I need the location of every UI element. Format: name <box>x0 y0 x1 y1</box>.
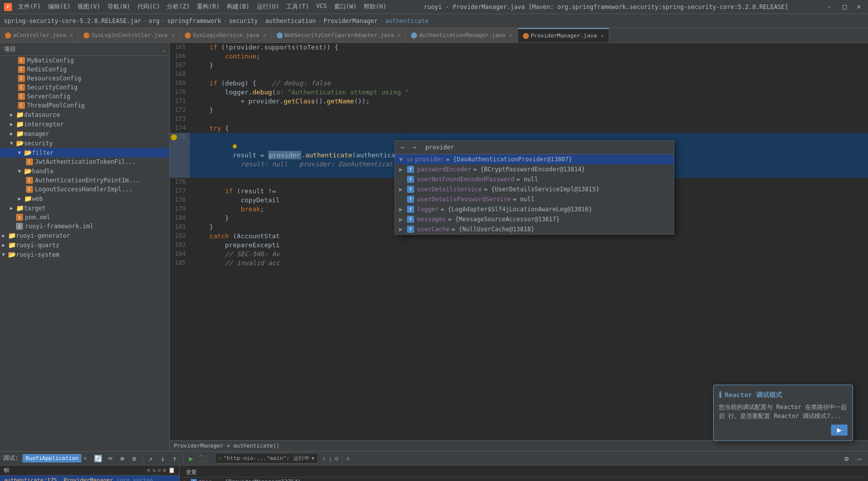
menu-code[interactable]: 代码(C) <box>134 1 163 12</box>
debug-step-over[interactable]: ↗ <box>145 453 156 464</box>
tab-acontroller[interactable]: aController.java ✕ <box>0 28 78 43</box>
debug-console-btn[interactable]: ⌨ <box>105 453 116 464</box>
tree-target[interactable]: ▶ 📁 target <box>0 203 169 213</box>
debug-step-out[interactable]: ↑ <box>169 453 180 464</box>
tree-jwtauth[interactable]: C JwtAuthenticationTokenFil... <box>0 157 169 166</box>
debug-restart-btn[interactable]: 🔄 <box>93 453 104 464</box>
menu-file[interactable]: 文件(F) <box>15 1 44 12</box>
menu-run[interactable]: 运行(U) <box>254 1 283 12</box>
tab-websecurity[interactable]: WebSecurityConfigurerAdapter.java ✕ <box>272 28 407 43</box>
tab-providermanager[interactable]: ProviderManager.java ✕ <box>518 28 609 43</box>
minimize-button[interactable]: － <box>823 1 836 12</box>
tree-security[interactable]: ▼ 📂 security <box>0 138 169 148</box>
expand-icon-provider[interactable]: ▼ <box>399 156 405 163</box>
tree-generator[interactable]: ▶ 📁 ruoyi-generator <box>0 231 169 240</box>
frame-item-0[interactable]: authenticate:175, ProviderManager (org.s… <box>0 476 179 481</box>
tree-pomxml[interactable]: x pom.xml <box>0 213 169 222</box>
tree-threadpoolconfig[interactable]: C ThreadPoolConfig <box>0 101 169 110</box>
reactor-popup-btn[interactable]: ▶ <box>831 425 848 436</box>
tree-resourcesconfig[interactable]: C ResourcesConfig <box>0 74 169 83</box>
maximize-button[interactable]: □ <box>840 1 850 12</box>
expand-this[interactable]: ▶ <box>184 479 191 481</box>
popup-nav-prev[interactable]: ← <box>399 143 407 152</box>
popup-nav-next[interactable]: → <box>411 143 418 152</box>
bc-jar[interactable]: spring-security-core-5.2.8.RELEASE.jar <box>4 17 141 24</box>
tab-sysloginservice[interactable]: SysLoginService.java ✕ <box>180 28 271 43</box>
popup-row-userdetailspassword[interactable]: ▶ f userDetailsPasswordService = null <box>395 194 674 204</box>
debug-close[interactable]: ✕ <box>83 455 87 462</box>
thread-expand[interactable]: ▼ <box>312 456 315 461</box>
tree-quartz[interactable]: ▶ 📁 ruoyi-quartz <box>0 240 169 250</box>
debug-settings[interactable]: ⚙ <box>841 453 852 464</box>
popup-row-provider[interactable]: ▼ oo provider = {DaoAuthenticationProvid… <box>395 154 674 164</box>
menu-nav[interactable]: 导航(N) <box>104 1 133 12</box>
menu-tools[interactable]: 工具(T) <box>283 1 312 12</box>
thread-up[interactable]: ↑ <box>322 455 326 463</box>
tree-handle[interactable]: ▼ 📂 handle <box>0 166 169 176</box>
bc-providermanager[interactable]: ProviderManager <box>324 17 378 24</box>
expand-icon-usercache[interactable]: ▶ <box>399 226 405 233</box>
tab-close-syslogincontroller[interactable]: ✕ <box>171 32 174 38</box>
frames-filter[interactable]: ⊘ <box>158 467 161 474</box>
menu-analyze[interactable]: 分析(Z) <box>164 1 193 12</box>
popup-row-logger[interactable]: ▶ f logger = {LogAdapter$Slf4jLocationAw… <box>395 204 674 214</box>
tab-close-providermanager[interactable]: ✕ <box>601 33 604 38</box>
frames-export[interactable]: ⊕ <box>147 467 151 474</box>
menu-view[interactable]: 视图(V) <box>74 1 103 12</box>
popup-row-usercache[interactable]: ▶ f userCache = {NullUserCache@13818} <box>395 224 674 234</box>
menu-refactor[interactable]: 重构(R) <box>194 1 223 12</box>
frames-copy[interactable]: 📋 <box>168 467 175 474</box>
tab-close-authmanager[interactable]: ✕ <box>509 32 512 38</box>
project-expand-icon[interactable]: ⌄ <box>162 46 165 53</box>
menu-edit[interactable]: 编辑(E) <box>45 1 74 12</box>
popup-row-passwordencoder[interactable]: ▶ f passwordEncoder = {BCryptPasswordEnc… <box>395 164 674 174</box>
debug-resume-btn[interactable]: ▶ <box>186 453 197 464</box>
tab-authmanager[interactable]: AuthenticationManager.java ✕ <box>406 28 517 43</box>
tree-web[interactable]: ▶ 📁 web <box>0 194 169 203</box>
popup-row-usernotfound[interactable]: ▶ f userNotFoundEncodedPassword = null <box>395 174 674 184</box>
popup-row-userdetailsservice[interactable]: ▶ f userDetailsService = {UserDetailsSer… <box>395 184 674 194</box>
debug-step-into[interactable]: ↓ <box>157 453 168 464</box>
debug-minimize[interactable]: — <box>854 453 865 464</box>
bc-org[interactable]: org <box>149 17 160 24</box>
tree-iml[interactable]: i ruoyi-framework.iml <box>0 222 169 231</box>
bc-authentication[interactable]: authentication <box>265 17 316 24</box>
tree-redisconfig[interactable]: C RedisConfig <box>0 65 169 74</box>
var-this[interactable]: ▶ f this = = {ProviderManager@13764} <box>182 478 866 481</box>
popup-row-messages[interactable]: ▶ f messages = {MessageSourceAccessor@13… <box>395 214 674 224</box>
thread-filter[interactable]: ⊘ <box>334 455 338 463</box>
expand-icon-userdetails[interactable]: ▶ <box>399 186 405 193</box>
menu-build[interactable]: 构建(B) <box>224 1 253 12</box>
expand-icon-messages[interactable]: ▶ <box>399 216 405 223</box>
tree-interceptor[interactable]: ▶ 📁 interceptor <box>0 119 169 129</box>
frames-sort[interactable]: ⇅ <box>152 467 156 474</box>
tree-datasource[interactable]: ▶ 📁 datasource <box>0 110 169 119</box>
menu-help[interactable]: 帮助(H) <box>361 1 390 12</box>
debug-breakpoints-btn[interactable]: ⊕ <box>117 453 128 464</box>
tab-syslogincontroller[interactable]: SysLoginController.java ✕ <box>78 28 180 43</box>
tree-securityconfig[interactable]: C SecurityConfig <box>0 83 169 92</box>
tree-filter[interactable]: ▼ 📂 filter <box>0 148 169 157</box>
tree-logoutsuccess[interactable]: C LogoutSuccessHandlerImpl... <box>0 185 169 194</box>
tree-authentry[interactable]: C AuthenticationEntryPointIm... <box>0 176 169 185</box>
menu-window[interactable]: 窗口(W) <box>331 1 360 12</box>
bc-authenticate[interactable]: authenticate <box>385 17 429 24</box>
variable-popup[interactable]: ← → provider ▼ oo provider = {DaoAuthent… <box>395 140 674 235</box>
frames-group[interactable]: ⊞ <box>163 467 166 474</box>
debug-align-btn[interactable]: ≡ <box>129 453 140 464</box>
debug-add[interactable]: + <box>346 455 350 463</box>
bc-security[interactable]: security <box>229 17 258 24</box>
close-button[interactable]: ✕ <box>854 1 864 12</box>
debug-stop-btn[interactable]: ⬛ <box>198 453 209 464</box>
tree-mybatisconfig[interactable]: C MyBatisConfig <box>0 56 169 65</box>
tab-close-acontroller[interactable]: ✕ <box>70 32 73 38</box>
tab-close-sysloginservice[interactable]: ✕ <box>263 32 266 38</box>
tree-system[interactable]: ▼ 📂 ruoyi-system <box>0 250 169 259</box>
bc-springframework[interactable]: springframework <box>167 17 221 24</box>
tree-manager[interactable]: ▶ 📁 manager <box>0 129 169 138</box>
expand-icon-passwordencoder[interactable]: ▶ <box>399 166 405 173</box>
debug-app-name[interactable]: RuoYiApplication <box>22 454 81 463</box>
tab-close-websecurity[interactable]: ✕ <box>398 32 401 38</box>
expand-icon-logger[interactable]: ▶ <box>399 206 405 213</box>
breakpoint-175[interactable] <box>171 134 177 140</box>
